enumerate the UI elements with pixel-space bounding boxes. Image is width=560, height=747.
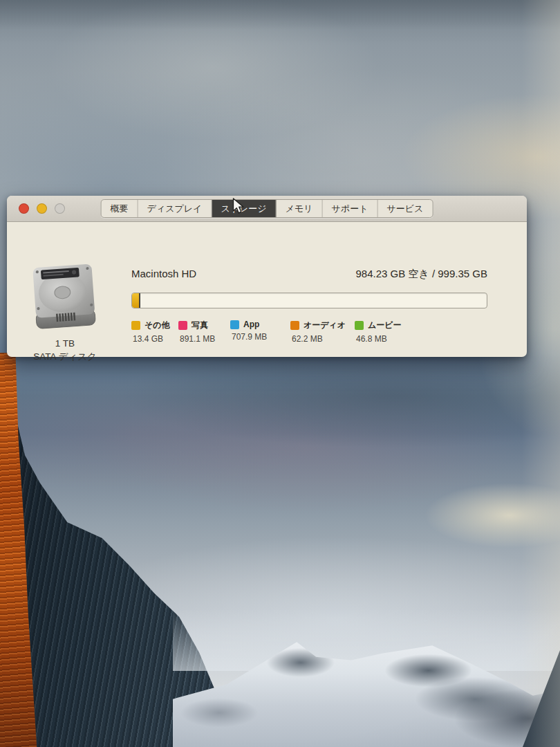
close-button[interactable] [19,203,29,214]
storage-usage-bar [131,293,487,308]
capacity-summary: 984.23 GB 空き / 999.35 GB [356,268,487,281]
bar-segment-small-categories [139,293,140,308]
legend-value: 891.1 MB [180,334,215,344]
system-info-window: 概要 ディスプレイ ストレージ メモリ サポート サービス [7,196,527,357]
legend-value: 13.4 GB [133,334,170,344]
disk-size-label: 1 TB [7,338,123,349]
tab-overview[interactable]: 概要 [102,200,138,217]
movies-color-swatch [355,321,364,330]
photo-vignette [0,0,560,747]
legend-label: オーディオ [304,320,346,331]
legend-item-movies: ムービー 46.8 MB [355,320,402,344]
legend-label: その他 [144,320,170,331]
storage-panel: 1 TB SATA ディスク Macintosh HD 984.23 GB 空き… [7,222,527,356]
bar-segment-other [132,293,139,308]
mouse-cursor-icon [232,198,245,216]
volume-name: Macintosh HD [131,268,196,279]
legend-label: ムービー [368,320,402,331]
disk-type-label: SATA ディスク [7,351,123,363]
other-color-swatch [131,321,140,330]
hard-disk-icon [28,262,101,334]
legend-item-audio: オーディオ 62.2 MB [290,320,346,344]
tab-service[interactable]: サービス [377,200,432,217]
tab-bar: 概要 ディスプレイ ストレージ メモリ サポート サービス [101,199,433,218]
tab-support[interactable]: サポート [323,200,378,217]
tab-displays[interactable]: ディスプレイ [138,200,212,217]
traffic-lights [19,203,65,214]
tab-memory[interactable]: メモリ [277,200,323,217]
legend-value: 62.2 MB [292,334,346,344]
desktop-background [0,0,560,747]
apps-color-swatch [230,320,239,329]
legend-value: 707.9 MB [232,332,267,342]
photos-color-swatch [178,321,187,330]
legend-value: 46.8 MB [356,334,402,344]
audio-color-swatch [290,321,299,330]
legend-label: App [243,320,259,329]
legend-item-photos: 写真 891.1 MB [178,320,215,344]
window-titlebar[interactable]: 概要 ディスプレイ ストレージ メモリ サポート サービス [7,196,527,222]
legend-label: 写真 [192,320,208,331]
legend-item-other: その他 13.4 GB [131,320,170,344]
legend-item-apps: App 707.9 MB [230,320,267,342]
minimize-button[interactable] [37,203,47,214]
zoom-button[interactable] [55,203,65,214]
